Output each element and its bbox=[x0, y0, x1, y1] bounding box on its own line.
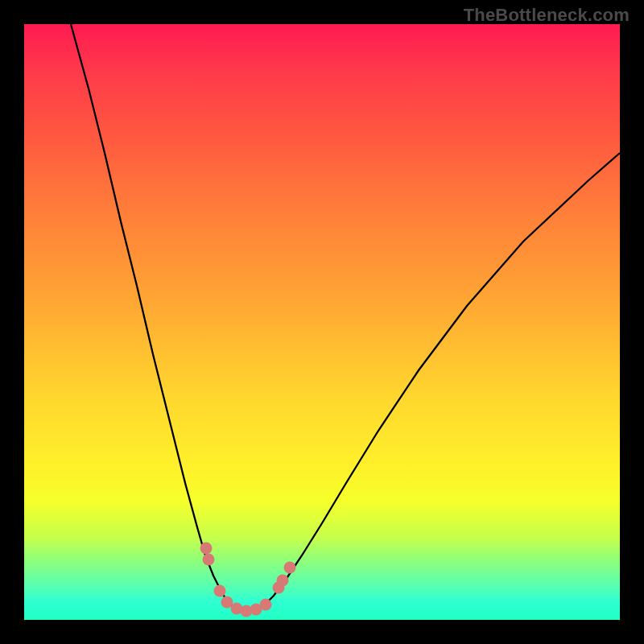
data-point-marker bbox=[277, 575, 289, 587]
data-point-marker bbox=[260, 599, 272, 611]
watermark-text: TheBottleneck.com bbox=[464, 5, 630, 26]
chart-frame: TheBottleneck.com bbox=[0, 0, 644, 644]
data-point-marker bbox=[200, 543, 213, 555]
curve-layer bbox=[24, 24, 620, 620]
data-point-marker bbox=[284, 562, 296, 574]
bottleneck-curve-left bbox=[71, 24, 228, 602]
bottleneck-curve-right bbox=[266, 153, 620, 604]
data-point-marker bbox=[203, 554, 215, 566]
plot-area bbox=[24, 24, 620, 620]
data-point-marker bbox=[214, 585, 226, 597]
